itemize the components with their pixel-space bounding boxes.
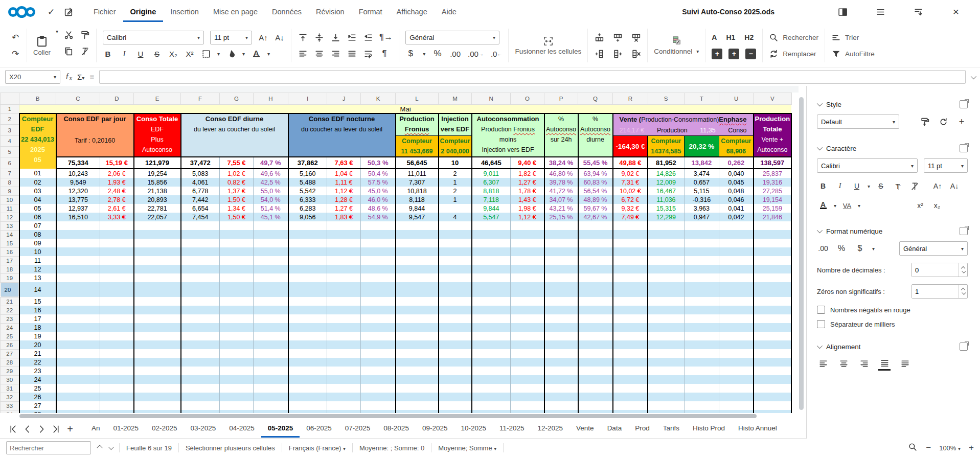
cell[interactable]: 11,011	[396, 169, 439, 178]
cell[interactable]	[220, 265, 254, 273]
cell[interactable]: 10,243	[56, 169, 100, 178]
menu-insertion[interactable]: Insertion	[163, 2, 206, 22]
cell[interactable]	[254, 384, 288, 393]
cell[interactable]: 10,02 €	[613, 187, 648, 195]
cell[interactable]: 0,82 €	[220, 178, 254, 187]
cell[interactable]	[439, 273, 472, 282]
row-header[interactable]: 29	[1, 367, 19, 375]
row-header[interactable]: 3	[1, 125, 19, 136]
column-header[interactable]: K	[361, 93, 396, 105]
cell-day[interactable]: 02	[19, 178, 56, 187]
row-header[interactable]: 6	[1, 157, 19, 169]
font-color-dropdown-arrow[interactable]: ▾	[267, 51, 270, 57]
cell[interactable]	[719, 297, 754, 306]
cell[interactable]: 0,045	[719, 178, 754, 187]
style-section-header[interactable]: Style	[817, 100, 968, 108]
cell[interactable]	[254, 306, 288, 314]
sum-icon[interactable]: Σ▾	[77, 73, 84, 81]
cell[interactable]	[648, 367, 684, 375]
cell[interactable]: 2,06 €	[100, 169, 134, 178]
cell[interactable]: 5,083	[181, 169, 220, 178]
cell[interactable]	[613, 340, 648, 349]
cell[interactable]: 2	[439, 187, 472, 195]
equals-icon[interactable]: =	[89, 73, 94, 81]
cell[interactable]	[754, 314, 792, 323]
cell[interactable]	[472, 384, 511, 393]
cell[interactable]	[511, 340, 544, 349]
cell[interactable]: 0,042	[719, 213, 754, 221]
sheet-tab-11-2025[interactable]: 11-2025	[493, 420, 531, 438]
cell[interactable]	[754, 375, 792, 384]
cell[interactable]	[181, 265, 220, 273]
cell[interactable]	[254, 282, 288, 297]
cell[interactable]	[719, 401, 754, 410]
cell[interactable]: 5,115	[684, 187, 719, 195]
cell[interactable]	[288, 332, 327, 340]
cell[interactable]	[100, 358, 134, 367]
cell[interactable]: 16,467	[648, 187, 684, 195]
cell[interactable]	[472, 314, 511, 323]
zoom-in-icon[interactable]: +	[969, 443, 974, 453]
cell[interactable]	[254, 332, 288, 340]
character-popout-icon[interactable]	[960, 144, 968, 152]
cell[interactable]	[439, 323, 472, 332]
cell[interactable]	[254, 247, 288, 256]
row-header[interactable]: 32	[1, 393, 19, 401]
delete-row-icon[interactable]	[631, 32, 641, 43]
cell[interactable]	[439, 393, 472, 401]
cell[interactable]	[220, 306, 254, 314]
cell[interactable]	[439, 306, 472, 314]
cell[interactable]	[439, 265, 472, 273]
cell-conso-edf-jour[interactable]: Conso EDF par jour Tarif : 0,20160	[56, 113, 134, 157]
cell[interactable]	[684, 375, 719, 384]
subscript-button[interactable]: X₂	[168, 48, 178, 59]
align-center-icon[interactable]	[314, 48, 324, 59]
menu-révision[interactable]: Révision	[309, 2, 352, 22]
column-header[interactable]: E	[134, 93, 181, 105]
strikethrough-button[interactable]: S	[152, 48, 162, 59]
cell[interactable]	[472, 349, 511, 358]
cell[interactable]	[684, 221, 719, 230]
background-color-button[interactable]	[226, 48, 236, 59]
cell[interactable]	[439, 247, 472, 256]
superscript-button[interactable]: X²	[185, 48, 195, 59]
merge-cells-button[interactable]: Fusionner les cellules	[515, 36, 581, 55]
cell[interactable]	[288, 314, 327, 323]
cell[interactable]	[511, 265, 544, 273]
cell[interactable]	[134, 282, 181, 297]
cell[interactable]	[181, 323, 220, 332]
row-header[interactable]: 16	[1, 247, 19, 256]
cell[interactable]	[100, 314, 134, 323]
menu-fichier[interactable]: Fichier	[86, 2, 123, 22]
cell[interactable]: 7,118	[472, 195, 511, 204]
cell[interactable]	[472, 230, 511, 239]
sheet-tab-05-2025[interactable]: 05-2025	[261, 420, 300, 438]
cell[interactable]	[396, 401, 439, 410]
cell-day[interactable]: 01	[19, 169, 56, 178]
expand-formula-bar-icon[interactable]	[971, 73, 976, 79]
cell[interactable]	[472, 247, 511, 256]
column-header[interactable]: V	[754, 93, 792, 105]
cell[interactable]	[361, 349, 396, 358]
clone-formatting-icon[interactable]	[80, 29, 90, 40]
cut-icon[interactable]	[63, 29, 74, 40]
zoom-out-icon[interactable]: −	[926, 443, 931, 453]
cell[interactable]	[288, 367, 327, 375]
cell[interactable]: 9,32 €	[613, 204, 648, 213]
cell[interactable]	[220, 349, 254, 358]
cell[interactable]	[684, 297, 719, 306]
number-format-popout-icon[interactable]	[960, 227, 968, 235]
cell[interactable]	[254, 349, 288, 358]
cell-day[interactable]: 05	[19, 204, 56, 213]
cell[interactable]	[100, 273, 134, 282]
cell[interactable]: 46,80 %	[544, 169, 578, 178]
cell-day[interactable]: 19	[19, 332, 56, 340]
cell[interactable]	[56, 332, 100, 340]
cell[interactable]	[511, 393, 544, 401]
cell[interactable]: 2	[439, 169, 472, 178]
cell[interactable]	[578, 393, 613, 401]
cell[interactable]	[361, 230, 396, 239]
column-header[interactable]: M	[439, 93, 472, 105]
sheet-tab-02-2025[interactable]: 02-2025	[145, 420, 184, 438]
total-cell[interactable]: 49,7 %	[254, 157, 288, 169]
